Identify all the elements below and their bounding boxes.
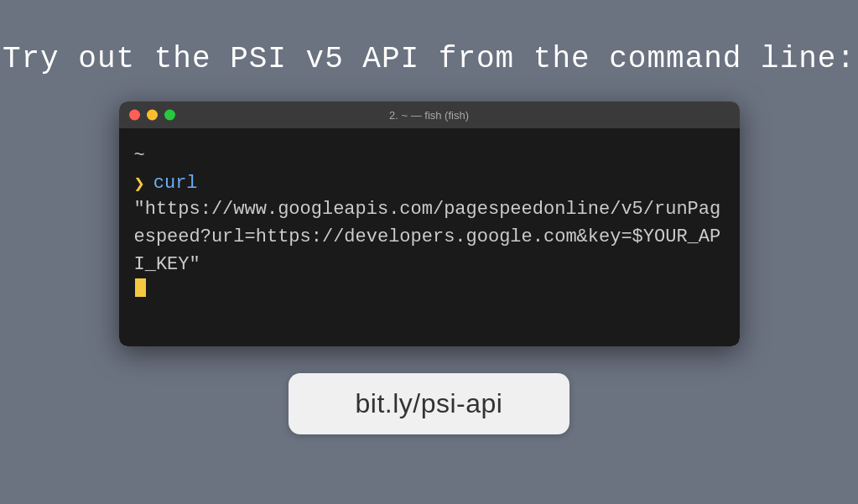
page-heading: Try out the PSI v5 API from the command … [3, 42, 855, 76]
terminal-body: ~ ❯ curl "https://www.googleapis.com/pag… [119, 128, 740, 346]
curl-keyword: curl [153, 173, 198, 194]
terminal-command: ❯ curl "https://www.googleapis.com/pages… [134, 173, 725, 297]
link-button[interactable]: bit.ly/psi-api [289, 373, 570, 434]
terminal-tilde: ~ [134, 145, 725, 166]
terminal-cursor [135, 278, 146, 297]
terminal-window: 2. ~ — fish (fish) ~ ❯ curl "https://www… [119, 101, 740, 346]
link-button-text: bit.ly/psi-api [356, 388, 503, 419]
maximize-button[interactable] [164, 110, 175, 121]
terminal-titlebar: 2. ~ — fish (fish) [119, 101, 740, 128]
curl-url: "https://www.googleapis.com/pagespeedonl… [134, 195, 725, 278]
prompt-arrow-icon: ❯ [134, 173, 145, 195]
minimize-button[interactable] [147, 110, 158, 121]
window-controls [129, 110, 175, 121]
close-button[interactable] [129, 110, 140, 121]
terminal-title: 2. ~ — fish (fish) [389, 109, 469, 122]
